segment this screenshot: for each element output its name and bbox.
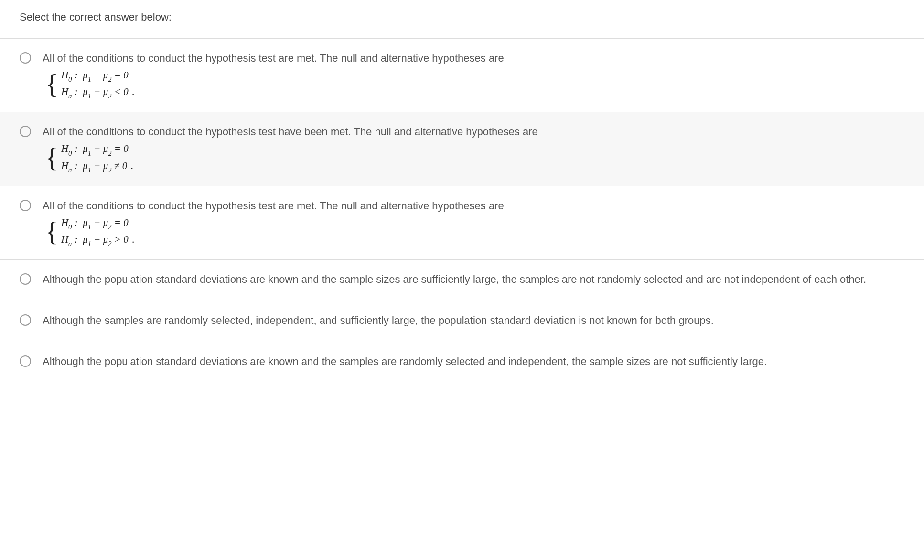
answer-option[interactable]: All of the conditions to conduct the hyp… [0,186,924,260]
radio-button[interactable] [20,200,31,211]
radio-button[interactable] [20,126,31,137]
radio-button[interactable] [20,314,31,326]
answer-option[interactable]: Although the population standard deviati… [0,260,924,301]
left-brace-icon: { [45,147,58,169]
answer-option[interactable]: Although the samples are randomly select… [0,301,924,342]
question-container: Select the correct answer below: All of … [0,0,924,383]
option-content: All of the conditions to conduct the hyp… [43,198,904,248]
option-content: Although the samples are randomly select… [43,312,904,330]
option-text: Although the population standard deviati… [43,354,904,369]
answer-option[interactable]: All of the conditions to conduct the hyp… [0,39,924,112]
math-hypotheses: { H0 : μ1 − μ2 = 0 Ha : μ1 − μ2 ≠ 0 . [45,141,904,174]
null-hypothesis: H0 : μ1 − μ2 = 0 [61,141,133,157]
null-hypothesis: H0 : μ1 − μ2 = 0 [61,68,134,84]
alt-hypothesis: Ha : μ1 − μ2 ≠ 0 . [61,159,133,174]
option-text: All of the conditions to conduct the hyp… [43,50,904,66]
answer-option[interactable]: All of the conditions to conduct the hyp… [0,112,924,186]
radio-button[interactable] [20,52,31,64]
option-text: All of the conditions to conduct the hyp… [43,124,904,140]
answer-option[interactable]: Although the population standard deviati… [0,342,924,383]
option-content: Although the population standard deviati… [43,271,904,289]
null-hypothesis: H0 : μ1 − μ2 = 0 [61,215,134,231]
alt-hypothesis: Ha : μ1 − μ2 < 0 . [61,85,134,100]
option-text: Although the population standard deviati… [43,271,904,287]
math-hypotheses: { H0 : μ1 − μ2 = 0 Ha : μ1 − μ2 < 0 . [45,68,904,100]
radio-button[interactable] [20,355,31,367]
math-hypotheses: { H0 : μ1 − μ2 = 0 Ha : μ1 − μ2 > 0 . [45,215,904,248]
radio-button[interactable] [20,273,31,285]
option-text: All of the conditions to conduct the hyp… [43,198,904,214]
option-content: All of the conditions to conduct the hyp… [43,124,904,174]
option-content: All of the conditions to conduct the hyp… [43,50,904,100]
option-text: Although the samples are randomly select… [43,312,904,328]
left-brace-icon: { [45,221,58,243]
option-content: Although the population standard deviati… [43,354,904,371]
left-brace-icon: { [45,74,58,95]
question-prompt: Select the correct answer below: [0,0,924,39]
alt-hypothesis: Ha : μ1 − μ2 > 0 . [61,232,134,248]
